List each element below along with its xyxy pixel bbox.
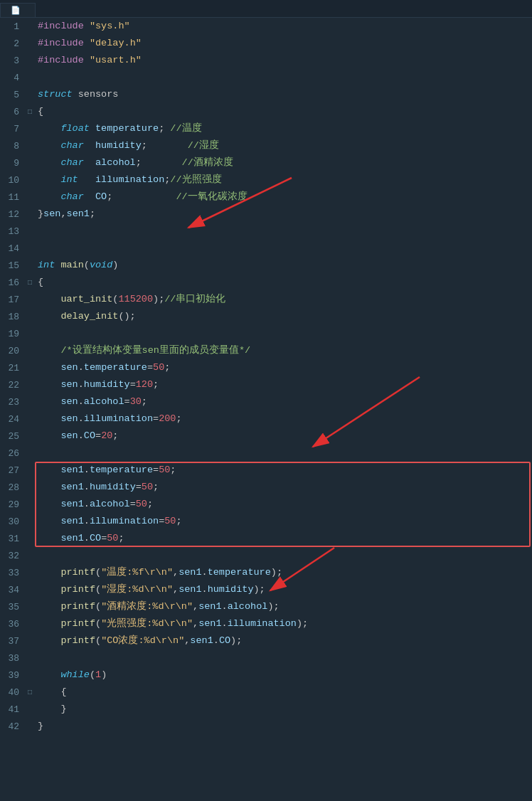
line-number: 32 (0, 551, 25, 561)
token: sen1 (60, 533, 83, 543)
code-line: 35 printf("酒精浓度:%d\r\n",sen1.alcohol); (0, 598, 532, 615)
token: ); (153, 294, 164, 304)
token (38, 294, 60, 304)
line-number: 6 (0, 107, 25, 117)
code-line: 17 uart_init(115200);//串口初始化 (0, 291, 532, 308)
token: ); (267, 601, 279, 612)
line-number: 41 (0, 704, 25, 715)
code-content: uart_init(115200);//串口初始化 (35, 291, 225, 308)
line-number: 39 (0, 670, 25, 681)
token: uart_init (60, 294, 112, 304)
token (38, 601, 60, 612)
token: #include (38, 21, 90, 31)
collapse-button[interactable]: □ (25, 108, 35, 116)
token: 50 (142, 482, 153, 492)
token: ( (95, 601, 101, 612)
line-number: 10 (0, 175, 25, 186)
line-number: 4 (0, 73, 25, 83)
token: ) (112, 260, 118, 270)
collapse-button[interactable]: □ (25, 279, 35, 287)
code-line: 16□{ (0, 274, 532, 291)
token: . (84, 482, 90, 492)
code-line: 38 (0, 649, 532, 667)
line-number: 1 (0, 21, 25, 32)
token: "温度:%f\r\n" (101, 567, 173, 578)
code-content: sen.alcohol=30; (35, 393, 147, 410)
line-number: 35 (0, 602, 25, 612)
token: = (147, 362, 153, 373)
token: = (153, 465, 159, 475)
code-content: printf("光照强度:%d\r\n",sen1.illumination); (35, 615, 308, 632)
token: . (202, 584, 208, 595)
token: printf (60, 567, 95, 578)
token: humidity (90, 482, 136, 492)
token: ; (170, 465, 176, 475)
token (38, 669, 60, 680)
code-content: char CO; //一氧化碳浓度 (35, 189, 248, 206)
token: ; (153, 482, 159, 492)
token: . (78, 362, 84, 373)
token (38, 379, 60, 390)
line-number: 22 (0, 380, 25, 391)
token: //一氧化碳浓度 (176, 191, 247, 202)
code-content: printf("酒精浓度:%d\r\n",sen1.alcohol); (35, 598, 280, 615)
line-number: 23 (0, 397, 25, 408)
line-number: 26 (0, 448, 25, 459)
token: ; (164, 362, 170, 373)
code-line: 25 sen.CO=20; (0, 428, 532, 445)
token: CO (219, 635, 230, 646)
code-line: 34 printf("湿度:%d\r\n",sen1.humidity); (0, 581, 532, 598)
code-line: 3#include "usart.h" (0, 52, 532, 69)
token (38, 174, 60, 185)
token: printf (60, 601, 95, 612)
line-number: 3 (0, 55, 25, 66)
token: "delay.h" (90, 38, 142, 48)
collapse-button[interactable]: □ (25, 689, 35, 696)
token: ; (176, 516, 181, 526)
token: ); (230, 635, 242, 646)
code-line: 36 printf("光照强度:%d\r\n",sen1.illuminatio… (0, 615, 532, 632)
token: #include (38, 38, 90, 48)
token: CO (90, 533, 101, 543)
token: 115200 (118, 294, 153, 304)
token: alcohol (84, 396, 124, 407)
token: ); (271, 567, 282, 578)
token: 20 (101, 430, 112, 441)
token: 200 (159, 413, 176, 424)
token: ; (153, 379, 159, 390)
token (38, 430, 60, 441)
line-number: 17 (0, 295, 25, 305)
token: sen1 (198, 618, 221, 629)
code-content: { (35, 103, 43, 120)
token: ; (159, 123, 170, 134)
code-line: 28 sen1.humidity=50; (0, 479, 532, 496)
code-line: 26 (0, 445, 532, 462)
code-line: 29 sen1.alcohol=50; (0, 496, 532, 513)
code-line: 22 sen.humidity=120; (0, 376, 532, 393)
token: int (60, 174, 95, 185)
token: "sys.h" (90, 21, 130, 31)
token (38, 191, 60, 202)
token: "CO浓度:%d\r\n" (101, 635, 184, 646)
line-number: 2 (0, 38, 25, 49)
code-content: sen1.illumination=50; (35, 513, 182, 530)
code-line: 31 sen1.CO=50; (0, 530, 532, 547)
token: sen (60, 379, 78, 390)
token: "usart.h" (90, 55, 142, 65)
code-line: 14 (0, 240, 532, 257)
token: sen1 (190, 635, 213, 646)
code-content: sen.CO=20; (35, 428, 118, 445)
token: //湿度 (188, 140, 219, 151)
token (38, 482, 60, 492)
code-line: 20 /*设置结构体变量sen里面的成员变量值*/ (0, 342, 532, 359)
main-tab[interactable]: 📄 (0, 3, 36, 17)
token: //串口初始化 (164, 294, 225, 304)
code-content: sen.temperature=50; (35, 359, 170, 376)
token (38, 516, 60, 526)
code-content: int main(void) (35, 257, 118, 274)
token: printf (60, 618, 95, 629)
code-content: printf("湿度:%d\r\n",sen1.humidity); (35, 581, 265, 598)
code-line: 40□ { (0, 684, 532, 701)
token: { (38, 106, 43, 117)
token (38, 362, 60, 373)
